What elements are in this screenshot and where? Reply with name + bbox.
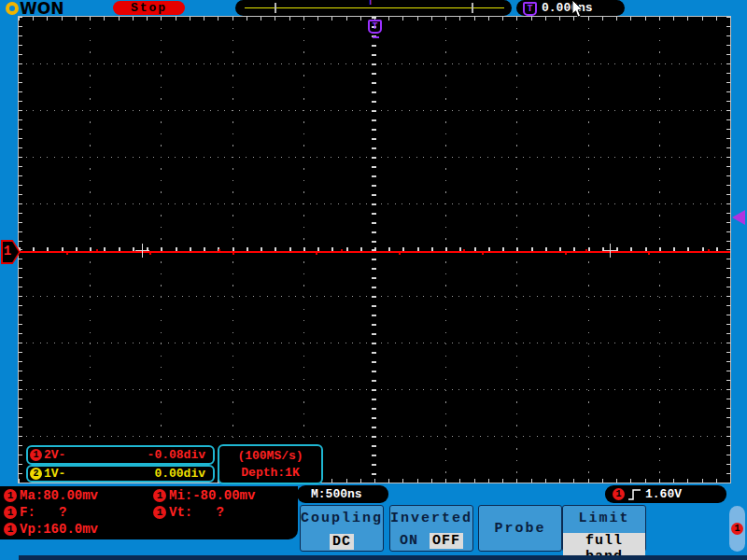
measure-cursor-cross-right bbox=[603, 244, 617, 258]
record-depth: Depth:1K bbox=[241, 466, 299, 480]
left-bracket-icon bbox=[275, 3, 276, 13]
trigger-shield-icon: T bbox=[523, 2, 537, 16]
inverted-off-option-chip: OFF bbox=[430, 533, 463, 549]
measure-vpp: Vp:160.0mv bbox=[20, 523, 98, 537]
trigger-time-readout: T 0.000ns bbox=[516, 0, 625, 16]
measure-badge: 1 bbox=[153, 489, 166, 502]
channel2-badge: 2 bbox=[30, 468, 42, 480]
trigger-channel-badge: 1 bbox=[613, 488, 625, 500]
measurements-panel: 1 Ma:80.00mv 1 Mi:-80.00mv 1 F: ? 1 Vt: … bbox=[0, 486, 298, 539]
measure-badge: 1 bbox=[4, 523, 17, 536]
inverted-on-option: ON bbox=[400, 533, 418, 549]
channel2-scale: 1V- bbox=[44, 467, 65, 481]
measure-freq: F: ? bbox=[20, 506, 66, 520]
measure-badge: 1 bbox=[4, 506, 17, 519]
menu-button-inverted[interactable]: Inverted ON OFF bbox=[389, 505, 473, 552]
sample-rate: (100MS/s) bbox=[237, 449, 303, 463]
channel1-marker-number: 1 bbox=[1, 240, 14, 264]
trigger-position-t-icon: T bbox=[368, 0, 373, 7]
channel1-trace-noise bbox=[19, 253, 730, 255]
channel2-position: 0.00div bbox=[154, 467, 205, 481]
trigger-level-value: 1.60V bbox=[645, 487, 682, 501]
channel-select-badge: 1 bbox=[731, 523, 743, 535]
timebase-readout: M:500ns bbox=[297, 485, 388, 503]
measure-max: Ma:80.00mv bbox=[20, 489, 98, 503]
measure-min: Mi:-80.00mv bbox=[169, 489, 255, 503]
channel1-scale: 2V- bbox=[44, 448, 65, 462]
channel1-scale-readout: 1 2V- -0.08div bbox=[26, 445, 215, 465]
right-bracket-icon bbox=[472, 3, 473, 13]
horizontal-position-bar: T bbox=[235, 0, 512, 16]
trigger-position-marker-icon: T bbox=[368, 20, 382, 34]
channel1-position-marker: 1 bbox=[1, 240, 21, 264]
rising-edge-icon bbox=[627, 488, 642, 501]
trigger-time-value: 0.000ns bbox=[542, 0, 593, 16]
mouse-cursor-icon bbox=[571, 0, 585, 19]
channel1-position: -0.08div bbox=[148, 448, 205, 462]
bottom-divider bbox=[19, 555, 747, 560]
trigger-level-arrow-icon bbox=[732, 210, 745, 225]
measure-cursor-cross-left bbox=[135, 244, 149, 258]
measure-vt: Vt: ? bbox=[169, 506, 224, 520]
acquisition-readout: (100MS/s) Depth:1K bbox=[218, 444, 323, 484]
channel-select-button[interactable]: 1 bbox=[729, 506, 745, 552]
owon-logo-text: WON bbox=[20, 2, 63, 15]
graticule: T 1 2V- -0.08div 2 1V- 0.00div (100MS/s)… bbox=[18, 16, 731, 483]
run-state-badge: Stop bbox=[113, 1, 185, 15]
measure-badge: 1 bbox=[4, 489, 17, 502]
menu-button-probe[interactable]: Probe bbox=[478, 505, 562, 552]
measure-badge: 1 bbox=[153, 506, 166, 519]
channel2-scale-readout: 2 1V- 0.00div bbox=[26, 465, 215, 483]
owon-logo-o-icon bbox=[6, 2, 19, 15]
owon-logo: WON bbox=[6, 1, 63, 15]
menu-button-limit[interactable]: Limit full band bbox=[562, 505, 646, 552]
channel1-badge: 1 bbox=[30, 449, 42, 461]
horizontal-position-line bbox=[245, 7, 504, 8]
oscilloscope-screen: WON Stop T T 0.000ns T 1 2V- -0.08div bbox=[0, 0, 747, 560]
channel1-trace-noise bbox=[19, 249, 730, 251]
trigger-level-readout: 1 1.60V bbox=[605, 485, 726, 503]
menu-button-coupling[interactable]: Coupling DC bbox=[300, 505, 384, 552]
coupling-value-chip: DC bbox=[330, 534, 354, 550]
trigger-position-dash bbox=[373, 36, 379, 38]
